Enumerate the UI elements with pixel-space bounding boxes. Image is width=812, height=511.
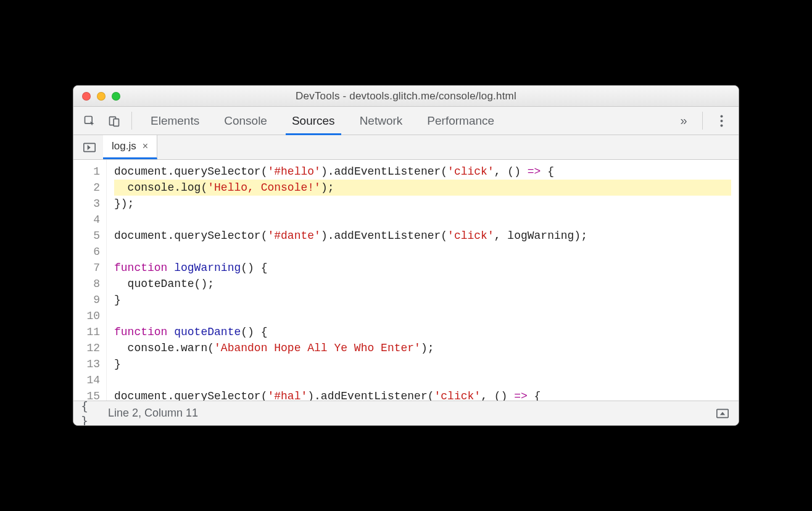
- line-number: 3: [73, 196, 100, 212]
- pretty-print-button[interactable]: { }: [81, 399, 98, 426]
- svg-point-5: [720, 124, 723, 127]
- line-number: 7: [73, 260, 100, 276]
- titlebar: DevTools - devtools.glitch.me/console/lo…: [73, 86, 739, 107]
- settings-menu-button[interactable]: [709, 107, 734, 135]
- close-file-tab-button[interactable]: ×: [143, 141, 148, 152]
- line-number: 6: [73, 244, 100, 260]
- tab-sources[interactable]: Sources: [280, 107, 347, 135]
- line-number: 11: [73, 324, 100, 340]
- devtools-window: DevTools - devtools.glitch.me/console/lo…: [73, 85, 739, 426]
- code-line[interactable]: console.log('Hello, Console!');: [114, 180, 731, 196]
- line-number: 4: [73, 212, 100, 228]
- code-line[interactable]: quoteDante();: [114, 276, 731, 292]
- code-line[interactable]: document.querySelector('#hal').addEventL…: [114, 388, 731, 401]
- code-line[interactable]: function logWarning() {: [114, 260, 731, 276]
- code-line[interactable]: [114, 212, 731, 228]
- chevron-double-right-icon: »: [680, 114, 687, 128]
- file-tab-label: log.js: [112, 140, 136, 152]
- braces-icon: { }: [81, 399, 98, 426]
- line-number: 1: [73, 164, 100, 180]
- inspect-element-icon[interactable]: [78, 107, 101, 135]
- line-number-gutter: 123456789101112131415: [73, 160, 107, 401]
- close-window-button[interactable]: [82, 92, 91, 101]
- tab-performance[interactable]: Performance: [415, 107, 507, 135]
- line-number: 2: [73, 180, 100, 196]
- show-navigator-button[interactable]: [78, 135, 101, 159]
- tabstrip-divider: [131, 112, 132, 130]
- line-number: 14: [73, 372, 100, 388]
- code-line[interactable]: });: [114, 196, 731, 212]
- main-tabstrip: ElementsConsoleSourcesNetworkPerformance…: [73, 107, 739, 135]
- code-line[interactable]: [114, 244, 731, 260]
- show-console-drawer-button[interactable]: [714, 409, 731, 418]
- line-number: 12: [73, 340, 100, 356]
- line-number: 13: [73, 356, 100, 372]
- code-area[interactable]: document.querySelector('#hello').addEven…: [107, 160, 739, 401]
- zoom-window-button[interactable]: [112, 92, 120, 101]
- line-number: 8: [73, 276, 100, 292]
- tab-elements[interactable]: Elements: [138, 107, 212, 135]
- line-number: 9: [73, 292, 100, 308]
- more-tabs-button[interactable]: »: [671, 107, 696, 135]
- file-tabbar: log.js ×: [73, 135, 739, 160]
- device-toolbar-icon[interactable]: [103, 107, 125, 135]
- code-line[interactable]: }: [114, 292, 731, 308]
- minimize-window-button[interactable]: [97, 92, 106, 101]
- kebab-icon: [720, 115, 723, 127]
- window-title: DevTools - devtools.glitch.me/console/lo…: [73, 90, 739, 102]
- code-line[interactable]: document.querySelector('#hello').addEven…: [114, 164, 731, 180]
- code-line[interactable]: document.querySelector('#dante').addEven…: [114, 228, 731, 244]
- tabstrip-divider-right: [702, 112, 703, 130]
- code-line[interactable]: [114, 372, 731, 388]
- tab-network[interactable]: Network: [347, 107, 415, 135]
- window-controls: [73, 92, 120, 101]
- tab-console[interactable]: Console: [212, 107, 280, 135]
- code-line[interactable]: }: [114, 356, 731, 372]
- cursor-position-label: Line 2, Column 11: [108, 407, 198, 420]
- file-tab-log-js[interactable]: log.js ×: [103, 135, 157, 159]
- line-number: 5: [73, 228, 100, 244]
- svg-rect-2: [114, 118, 118, 126]
- main-tabs: ElementsConsoleSourcesNetworkPerformance: [138, 107, 669, 135]
- statusbar: { } Line 2, Column 11: [73, 401, 739, 425]
- line-number: 10: [73, 308, 100, 324]
- code-line[interactable]: console.warn('Abandon Hope All Ye Who En…: [114, 340, 731, 356]
- code-line[interactable]: function quoteDante() {: [114, 324, 731, 340]
- code-editor[interactable]: 123456789101112131415 document.querySele…: [73, 160, 739, 401]
- svg-point-4: [720, 120, 723, 122]
- code-line[interactable]: [114, 308, 731, 324]
- svg-point-3: [720, 115, 723, 117]
